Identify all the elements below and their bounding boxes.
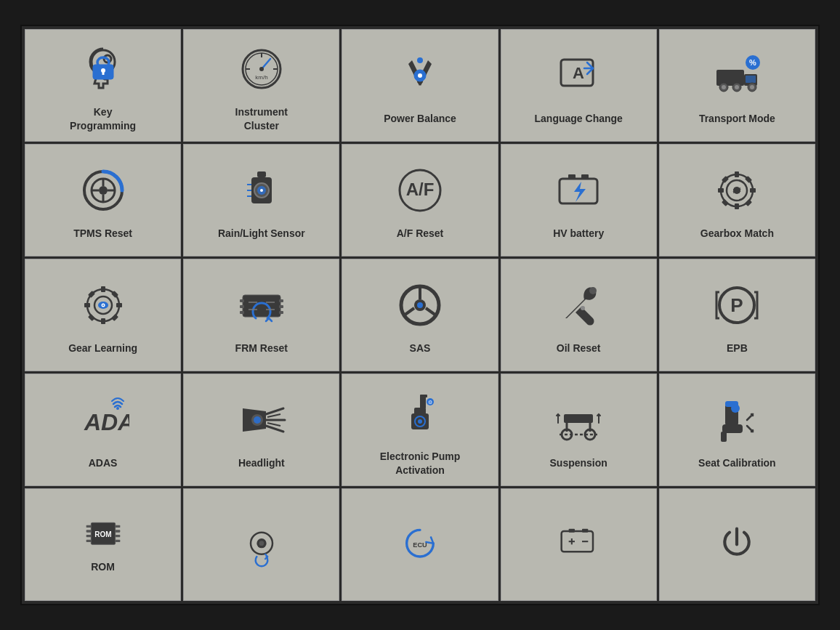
electronic-pump-tile[interactable]: ⚙ Electronic PumpActivation bbox=[342, 373, 498, 486]
gear-learning-tile[interactable]: Gear Learning bbox=[25, 259, 181, 371]
svg-point-25 bbox=[735, 85, 739, 89]
adas-icon: ADAS bbox=[74, 391, 132, 449]
instrument-cluster-tile[interactable]: km/h InstrumentCluster bbox=[183, 29, 339, 142]
adas-tile[interactable]: ADAS ADAS bbox=[25, 373, 181, 486]
af-reset-label: A/F Reset bbox=[397, 227, 444, 240]
sas-tile[interactable]: SAS bbox=[342, 259, 498, 371]
sas-icon bbox=[391, 276, 449, 334]
epb-tile[interactable]: P EPB bbox=[659, 259, 815, 371]
transport-mode-icon: % bbox=[708, 47, 766, 105]
oil-reset-icon bbox=[549, 276, 607, 334]
transport-mode-label: Transport Mode bbox=[699, 112, 775, 125]
headlight-label: Headlight bbox=[238, 456, 285, 469]
gearbox-match-tile[interactable]: ## Gearbox Match bbox=[659, 144, 815, 257]
instrument-cluster-icon: km/h bbox=[233, 40, 291, 98]
transport-mode-tile[interactable]: % Transport Mode bbox=[659, 29, 815, 142]
af-reset-tile[interactable]: A/F A/F Reset bbox=[342, 144, 498, 257]
frm-reset-tile[interactable]: FRM Reset bbox=[183, 259, 339, 371]
svg-point-23 bbox=[722, 85, 726, 89]
instrument-cluster-label: InstrumentCluster bbox=[235, 105, 288, 132]
key-programming-tile[interactable]: KeyProgramming bbox=[25, 29, 181, 142]
svg-point-11 bbox=[259, 67, 264, 71]
svg-rect-126 bbox=[86, 525, 91, 528]
svg-line-98 bbox=[266, 408, 283, 414]
suspension-tile[interactable]: Suspension bbox=[501, 373, 657, 486]
battery2-tile[interactable] bbox=[501, 488, 657, 601]
svg-rect-56 bbox=[750, 188, 756, 193]
headlight-tile[interactable]: Headlight bbox=[183, 373, 339, 486]
svg-text:##: ## bbox=[733, 187, 742, 195]
svg-point-91 bbox=[417, 302, 423, 308]
svg-line-100 bbox=[266, 426, 283, 432]
svg-rect-76 bbox=[240, 299, 244, 302]
oil-reset-label: Oil Reset bbox=[557, 342, 601, 355]
svg-text:⚙: ⚙ bbox=[428, 400, 432, 405]
gearbox-match-label: Gearbox Match bbox=[700, 227, 774, 240]
language-change-tile[interactable]: A Language Change bbox=[501, 29, 657, 142]
svg-point-111 bbox=[418, 419, 422, 424]
svg-rect-132 bbox=[115, 535, 120, 537]
svg-point-97 bbox=[116, 407, 119, 410]
svg-point-93 bbox=[581, 306, 585, 310]
svg-rect-71 bbox=[111, 314, 118, 321]
adas-label: ADAS bbox=[89, 456, 118, 469]
svg-rect-80 bbox=[279, 305, 283, 308]
svg-point-15 bbox=[417, 57, 423, 63]
eye-reset-tile[interactable] bbox=[183, 488, 339, 601]
rain-light-sensor-tile[interactable]: Rain/Light Sensor bbox=[183, 144, 339, 257]
hv-battery-icon bbox=[549, 161, 607, 219]
svg-rect-128 bbox=[86, 535, 91, 537]
svg-rect-122 bbox=[721, 432, 727, 442]
svg-text:ADAS: ADAS bbox=[84, 409, 129, 435]
svg-text:A/F: A/F bbox=[406, 179, 435, 199]
eye-reset-icon bbox=[240, 524, 283, 560]
ecu-tile[interactable]: ECU bbox=[342, 488, 498, 601]
svg-line-103 bbox=[267, 414, 280, 417]
rom-label: ROM bbox=[91, 560, 115, 573]
rom-tile[interactable]: ROM ROM bbox=[25, 488, 181, 601]
svg-rect-139 bbox=[569, 528, 575, 532]
svg-rect-21 bbox=[746, 76, 756, 83]
frm-reset-label: FRM Reset bbox=[235, 342, 288, 355]
svg-rect-55 bbox=[718, 188, 724, 193]
ecu-icon: ECU bbox=[398, 524, 442, 560]
svg-rect-59 bbox=[722, 199, 729, 206]
power-balance-label: Power Balance bbox=[384, 112, 456, 125]
main-grid: KeyProgramming km/h InstrumentCluster bbox=[20, 25, 820, 605]
tpms-reset-label: TPMS Reset bbox=[73, 227, 132, 240]
electronic-pump-icon: ⚙ bbox=[391, 384, 449, 443]
svg-rect-41 bbox=[257, 171, 266, 177]
svg-rect-65 bbox=[101, 318, 105, 324]
svg-rect-70 bbox=[88, 314, 95, 321]
rain-light-sensor-icon bbox=[233, 161, 291, 219]
hv-battery-tile[interactable]: HV battery bbox=[501, 144, 657, 257]
seat-calibration-tile[interactable]: Seat Calibration bbox=[659, 373, 815, 486]
svg-line-105 bbox=[267, 423, 280, 426]
svg-rect-124 bbox=[725, 401, 738, 407]
seat-calibration-icon bbox=[708, 391, 766, 449]
svg-rect-138 bbox=[562, 531, 593, 552]
oil-reset-tile[interactable]: Oil Reset bbox=[501, 259, 657, 371]
svg-rect-19 bbox=[716, 70, 744, 86]
svg-point-74 bbox=[102, 304, 104, 306]
svg-rect-4 bbox=[102, 70, 104, 75]
tpms-reset-tile[interactable]: TPMS Reset bbox=[25, 144, 181, 257]
sas-label: SAS bbox=[410, 342, 431, 355]
svg-rect-78 bbox=[240, 311, 244, 314]
power-tile[interactable] bbox=[659, 488, 815, 601]
key-programming-label: KeyProgramming bbox=[70, 105, 136, 132]
svg-text:km/h: km/h bbox=[255, 74, 267, 81]
svg-point-40 bbox=[260, 189, 263, 192]
seat-calibration-label: Seat Calibration bbox=[698, 456, 776, 469]
epb-icon: P bbox=[708, 276, 766, 334]
hv-battery-label: HV battery bbox=[553, 227, 604, 240]
svg-rect-79 bbox=[279, 299, 283, 302]
af-reset-icon: A/F bbox=[391, 161, 449, 219]
power-balance-tile[interactable]: Power Balance bbox=[342, 29, 498, 142]
svg-rect-77 bbox=[240, 305, 244, 308]
svg-rect-127 bbox=[86, 530, 91, 533]
language-change-label: Language Change bbox=[535, 112, 623, 125]
svg-rect-66 bbox=[84, 303, 90, 307]
svg-text:A: A bbox=[573, 64, 584, 82]
svg-point-27 bbox=[750, 85, 754, 89]
